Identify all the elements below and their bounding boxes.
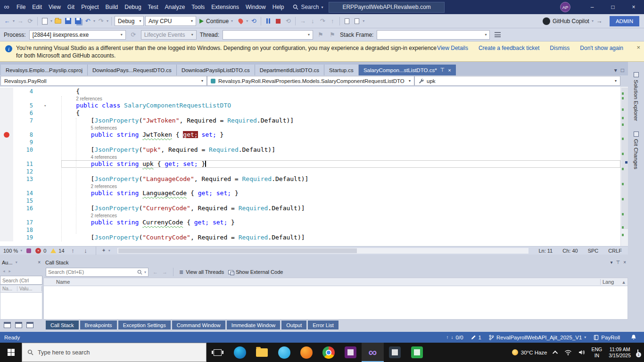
lang-column-header[interactable]: Lang	[600, 279, 620, 285]
mini-toolwindow-icon-1[interactable]	[4, 322, 11, 328]
document-tab-downloadpays-requestdto-cs[interactable]: DownloadPays...RequestDTO.cs	[88, 65, 177, 75]
codelens-references[interactable]: 5 references	[61, 125, 117, 131]
save-all-icon[interactable]	[74, 16, 82, 26]
breakpoint-margin[interactable]	[0, 219, 13, 226]
breakpoint-margin[interactable]	[0, 205, 13, 212]
lifecycle-events-dropdown[interactable]: Lifecycle Events▾	[141, 30, 197, 40]
codelens-text-row[interactable]: 5 references	[61, 124, 620, 131]
codelens-references[interactable]: 2 references	[61, 213, 117, 218]
autos-value-column[interactable]: Valu...	[17, 286, 42, 291]
fold-margin[interactable]	[38, 189, 61, 197]
menu-project[interactable]: Project	[78, 0, 102, 14]
process-dropdown[interactable]: [28844] iisexpress.exe▾	[29, 30, 126, 40]
codelens-text-row[interactable]: 2 references	[61, 183, 620, 189]
green-messaging-app-icon[interactable]	[406, 343, 428, 362]
fold-margin[interactable]	[38, 205, 61, 212]
call-stack-search-input[interactable]: Search (Ctrl+E) ▾	[46, 268, 149, 277]
weather-widget[interactable]: 30°C Haze	[509, 343, 551, 362]
code-text[interactable]	[61, 226, 620, 234]
fold-margin[interactable]	[38, 131, 61, 139]
step-over-icon[interactable]: ↷	[318, 16, 327, 26]
notifications-bell-icon[interactable]	[627, 334, 640, 340]
panel-tab-exception-settings[interactable]: Exception Settings	[118, 321, 171, 329]
fold-margin[interactable]	[38, 212, 61, 219]
solution-name-box[interactable]: ERPPayrollWebAPI.Revalweb.com	[329, 2, 444, 13]
breakpoint-margin[interactable]	[0, 234, 13, 241]
menu-analyze[interactable]: Analyze	[162, 0, 189, 14]
code-text[interactable]	[61, 168, 620, 175]
next-issue-icon[interactable]: ↓	[82, 247, 90, 254]
code-map-icon[interactable]	[343, 16, 351, 26]
breakpoint-margin[interactable]	[0, 131, 13, 139]
git-sync-indicator[interactable]: ↑↓ 0/0	[446, 335, 463, 340]
document-tab-downloadpaysliplistdto-cs[interactable]: DownloadPayslipListDTO.cs	[177, 65, 255, 75]
zoom-control[interactable]: 100 %▾	[3, 248, 22, 254]
firefox-icon[interactable]	[295, 343, 317, 362]
code-text[interactable]: [JsonProperty("CurrenyCode", Required = …	[61, 205, 620, 212]
admin-button[interactable]: ADMIN	[610, 16, 639, 26]
autos-forward-icon[interactable]: ▸	[9, 269, 11, 273]
autos-name-column[interactable]: Na...	[0, 286, 17, 291]
minimize-button[interactable]: –	[582, 0, 603, 14]
github-copilot-button[interactable]: GitHub Copilot ▾	[543, 17, 594, 25]
close-button[interactable]: ×	[623, 0, 644, 14]
menu-git[interactable]: Git	[64, 0, 78, 14]
code-text[interactable]: [JsonProperty("JwtToken", Required = Req…	[61, 117, 620, 124]
fold-margin[interactable]	[38, 197, 61, 205]
breakpoint-margin[interactable]	[0, 109, 13, 117]
call-stack-close-icon[interactable]: ×	[623, 260, 626, 265]
code-text[interactable]: public string JwtToken { get; set; }	[61, 131, 620, 139]
tray-overflow-chevron-icon[interactable]	[551, 343, 561, 362]
codelens-references[interactable]: 4 references	[61, 155, 117, 160]
navigate-back-dropdown-icon[interactable]: ▾	[13, 19, 15, 23]
language-indicator[interactable]: ENGIN	[588, 343, 606, 362]
member-dropdown[interactable]: upk▾	[414, 76, 620, 86]
fold-margin[interactable]	[38, 88, 61, 95]
fold-margin[interactable]	[38, 117, 61, 124]
breakpoint-margin[interactable]	[0, 226, 13, 234]
breakpoint-margin[interactable]	[0, 139, 13, 146]
flag-thread-icon[interactable]: ⚑	[316, 30, 325, 40]
panel-tab-immediate-window[interactable]: Immediate Window	[227, 321, 281, 329]
skype-icon[interactable]	[273, 343, 295, 362]
stack-frame-dropdown[interactable]: ▾	[377, 30, 490, 40]
visual-studio-installer-icon[interactable]	[339, 343, 362, 362]
infobar-action-don-t-show-again[interactable]: Don't show again	[580, 45, 623, 51]
code-text[interactable]: {	[61, 88, 620, 95]
show-next-statement-icon[interactable]: →	[298, 16, 307, 26]
pending-edits-indicator[interactable]: 1	[471, 335, 481, 340]
new-file-icon[interactable]	[41, 16, 49, 26]
project-dropdown[interactable]: Revalsys.PayRoll▾	[0, 76, 207, 86]
redo-icon[interactable]: ↷	[97, 16, 105, 26]
code-text[interactable]: {	[61, 109, 620, 117]
code-text[interactable]: public string LanguageCode { get; set; }	[61, 189, 620, 197]
pin-icon[interactable]: ⊤	[616, 260, 620, 265]
mini-toolwindow-icon-2[interactable]	[15, 322, 22, 328]
fold-margin[interactable]	[38, 139, 61, 146]
breakpoint-margin[interactable]	[0, 160, 13, 168]
menu-build[interactable]: Build	[102, 0, 122, 14]
code-text[interactable]	[61, 139, 620, 146]
menu-tools[interactable]: Tools	[188, 0, 208, 14]
navigate-back-icon[interactable]: ←	[3, 16, 11, 26]
stop-debugging-icon[interactable]	[274, 16, 282, 26]
share-icon[interactable]: →	[595, 16, 603, 26]
view-all-threads-button[interactable]: ≣ View all Threads	[179, 269, 224, 275]
breakpoint-margin[interactable]	[0, 197, 13, 205]
undo-icon[interactable]: ↶	[83, 16, 92, 26]
fold-margin[interactable]	[38, 226, 61, 234]
document-outline-icon[interactable]	[353, 16, 361, 26]
breakpoint-indicator[interactable]	[4, 132, 9, 138]
breakpoint-margin[interactable]	[0, 146, 13, 154]
codelens-references[interactable]: 2 references	[61, 96, 102, 101]
codelens-text-row[interactable]: 4 references	[61, 154, 620, 160]
panel-tab-command-window[interactable]: Command Window	[172, 321, 225, 329]
code-area[interactable]: 4 {2 references5▾ public class SalaryCom…	[0, 87, 620, 246]
step-into-icon[interactable]: ↓	[308, 16, 317, 26]
code-text[interactable]: [JsonProperty("LanguageCode", Required =…	[61, 175, 620, 183]
break-all-icon[interactable]	[264, 16, 272, 26]
side-tab-git-changes[interactable]: Git Changes	[633, 132, 639, 169]
autos-title-bar[interactable]: Au... ▾ ×	[0, 258, 42, 266]
menu-extensions[interactable]: Extensions	[208, 0, 242, 14]
google-chrome-icon[interactable]	[317, 343, 339, 362]
